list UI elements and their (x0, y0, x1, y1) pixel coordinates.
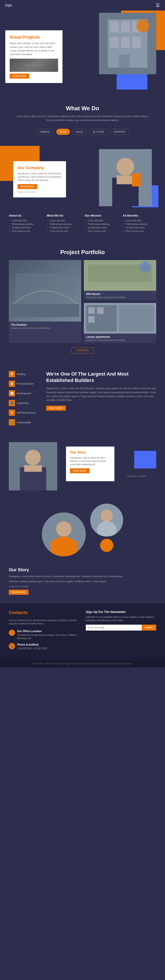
sidebar-item-sustainability[interactable]: 🌿 Sustainability (9, 419, 40, 425)
story1-read-more-button[interactable]: READ MORE (70, 468, 90, 473)
contact-office-text: Our Office Location The Business Design … (17, 630, 79, 640)
sidebar-development-label: Development (17, 392, 31, 395)
circle-person-large-svg (42, 512, 86, 556)
list-item: Proin rhoncus erat (123, 230, 156, 232)
portfolio-spa-title: SPA Resort (86, 293, 154, 296)
tab-plan[interactable]: PLAN (56, 129, 70, 135)
sidebar-preconstruction-label: Preconstruction (17, 382, 34, 385)
what-we-do-section: What We Do Lorem ipsum dolor sit amet, c… (0, 94, 165, 146)
tab-build[interactable]: BUILD (72, 129, 87, 135)
contact-phone-row: 📞 Phone (Landline) +313 621 0851 +313 62… (9, 643, 79, 650)
story1-title: Our Story (70, 450, 111, 454)
svg-rect-36 (51, 541, 77, 556)
portfolio-card-pavilion[interactable]: The Pavilion Sample text. Click to selec… (9, 260, 81, 343)
view-more-row: VIEW MORE (9, 347, 156, 353)
footer-text: section title - click to edit it, click … (33, 662, 132, 665)
list-item: Ut ligula tellus dolor (47, 226, 80, 229)
list-item: Lorem title slide (47, 220, 80, 222)
orange-circle-decoration (100, 539, 113, 552)
svg-rect-7 (132, 37, 141, 48)
story1-image-ref: Image from Unsplash (127, 475, 165, 477)
col-our-mission-list: Lorem title slide Pellentesque planning … (85, 220, 119, 232)
svg-point-30 (25, 450, 41, 465)
story-person-svg (9, 442, 57, 490)
company-read-more-button[interactable]: READ MORE (18, 184, 37, 189)
list-item: Pellentesque planning (123, 223, 156, 225)
builders-section: 🏗 Building 📋 Preconstruction 📈 Developme… (0, 362, 165, 438)
story-image (9, 442, 57, 490)
svg-rect-8 (119, 54, 130, 68)
list-item: Lorem title slide (9, 220, 42, 222)
nav-menu-icon[interactable]: ☰ (156, 3, 160, 8)
svg-rect-14 (132, 173, 141, 186)
tab-finance[interactable]: FINANCE (36, 129, 54, 135)
contacts-section: Contacts Use our contact form for all in… (0, 603, 165, 660)
portfolio-grid: The Pavilion Sample text. Click to selec… (9, 260, 156, 343)
list-item: Ut ligula tellus dolor (123, 226, 156, 229)
sidebar-self-performance-label: Self-Performance (17, 411, 36, 414)
newsletter-form: SUBMIT (86, 625, 156, 630)
office-address: The Business Design Studio Company The I… (17, 633, 79, 640)
col-all-benefits-list: Lorem title slide Pellentesque planning … (123, 220, 156, 232)
self-performance-icon: ⚙ (9, 410, 15, 416)
col-about-us-title: About Us (9, 214, 42, 217)
portfolio-spa-image (84, 260, 156, 291)
tab-operate[interactable]: OPERATE (110, 129, 129, 135)
col-about-us-list: Lorem title slide Pellentesque planning … (9, 220, 42, 232)
sidebar-building-label: Building (17, 373, 25, 375)
story2-read-more-button[interactable]: READ MORE (9, 590, 28, 595)
builders-sidebar: 🏗 Building 📋 Preconstruction 📈 Developme… (9, 371, 40, 429)
what-we-do-title: What We Do (9, 105, 156, 112)
svg-point-38 (101, 509, 113, 522)
story-card: Our Story Sample text. Click to select t… (66, 447, 114, 481)
sidebar-sustainability-label: Sustainability (17, 421, 31, 424)
col-what-we-do-list: Lorem title slide Pellentesque planning … (47, 220, 80, 232)
list-item: Pellentesque planning (85, 223, 119, 225)
company-person-image (99, 149, 152, 206)
portfolio-apartments-label: Luxury Apartments Sample text. Click to … (84, 334, 156, 343)
hero-read-more-button[interactable]: READ MORE (10, 73, 29, 79)
story1-text: Sample text. Click to select the Text El… (70, 456, 111, 466)
portfolio-spa-desc: Sample text. Click to select the Text El… (86, 296, 154, 299)
sidebar-item-leadership[interactable]: 👤 Leadership (9, 400, 40, 406)
sidebar-item-building[interactable]: 🏗 Building (9, 371, 40, 377)
story-blue-decoration (134, 451, 156, 468)
office-title: Our Office Location (17, 630, 79, 633)
story2-paragraph2: Pharetra curabitur pulvinar quis. Cras a… (9, 580, 156, 583)
portfolio-spa-label: SPA Resort Sample text. Click to select … (84, 291, 156, 300)
builders-read-more-button[interactable]: READ MORE (46, 406, 66, 411)
story1-section: Our Story Sample text. Click to select t… (0, 438, 165, 495)
portfolio-apartments-title: Luxury Apartments (86, 336, 154, 339)
newsletter-submit-button[interactable]: SUBMIT (142, 625, 156, 630)
list-item: Ut ligula tellus dolor (9, 226, 42, 229)
svg-point-9 (136, 19, 150, 32)
hero-main-image (99, 13, 156, 74)
list-item: Proin rhoncus erat (85, 230, 119, 232)
circles-section (0, 495, 165, 561)
portfolio-pavilion-desc: Sample text. Click to select the Text El… (11, 327, 79, 329)
spa-svg (84, 260, 156, 291)
nav-logo: logo. (5, 3, 13, 7)
sidebar-item-development[interactable]: 📈 Development (9, 390, 40, 396)
tab-activate[interactable]: ACTIVATE (89, 129, 108, 135)
portfolio-apartments-image (84, 303, 156, 334)
sidebar-leadership-label: Leadership (17, 402, 29, 404)
view-more-button[interactable]: VIEW MORE (72, 347, 93, 353)
hero-text: Aliqua erat volutpat. Ut wisi enim ad mi… (10, 41, 58, 56)
sidebar-item-preconstruction[interactable]: 📋 Preconstruction (9, 380, 40, 387)
sidebar-item-self-performance[interactable]: ⚙ Self-Performance (9, 410, 40, 416)
list-item: Lorem title slide (123, 220, 156, 222)
portfolio-title: Project Portfolio (9, 249, 156, 256)
contacts-right: Sign Up For The Newsletter Subscribe to … (86, 610, 156, 653)
portfolio-section: Project Portfolio The Pavilion Sample te… (0, 240, 165, 362)
builders-title: We're One Of The Largest And Most Establ… (46, 371, 156, 383)
svg-rect-3 (121, 22, 130, 32)
list-item: Pellentesque planning (47, 223, 80, 225)
phone-title: Phone (Landline) (17, 643, 47, 646)
newsletter-email-input[interactable] (86, 625, 142, 630)
company-image-ref: Image from Unsplash (18, 191, 62, 193)
svg-rect-27 (97, 307, 104, 314)
portfolio-card-apartments[interactable]: Luxury Apartments Sample text. Click to … (84, 303, 156, 343)
location-icon: 📍 (9, 630, 15, 636)
portfolio-card-spa[interactable]: SPA Resort Sample text. Click to select … (84, 260, 156, 300)
